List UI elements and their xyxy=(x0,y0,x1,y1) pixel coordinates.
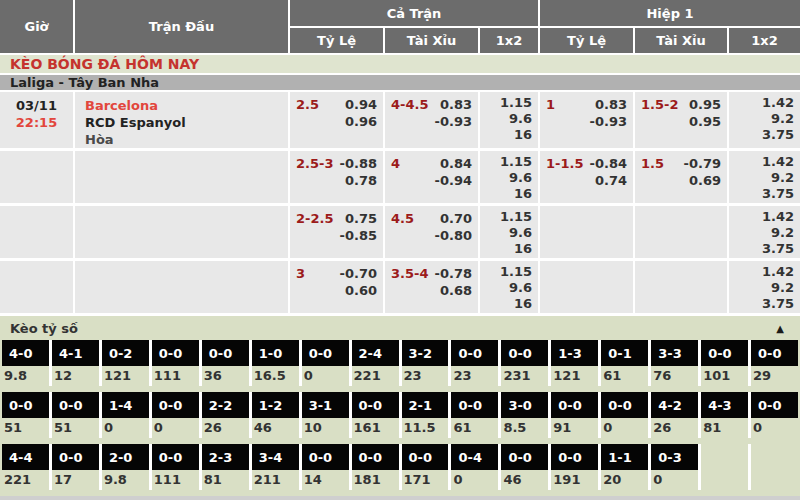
odds-value: 3.75 xyxy=(729,241,794,257)
h1-handicap-cell: 1-1.5-0.840.74 xyxy=(540,151,633,203)
score-value: 81 xyxy=(701,418,748,438)
score-cell: 0-046 xyxy=(501,444,548,490)
match-time-cell: 03/1122:15 xyxy=(0,92,73,148)
odds-value: 0.94 xyxy=(345,96,377,113)
score-cell: 0-017 xyxy=(52,444,99,490)
away-team[interactable]: RCD Espanyol xyxy=(85,114,288,131)
odds-line-row: 0.68 xyxy=(391,282,472,299)
odds-line-row: 2-2.50.75 xyxy=(296,210,377,227)
handicap-line: 1 xyxy=(546,96,555,113)
odds-value: 3.75 xyxy=(729,296,794,312)
odds-value: 1.42 xyxy=(729,264,794,280)
score-cell: 2-226 xyxy=(202,392,249,438)
score-value: 46 xyxy=(252,418,299,438)
score-row: 0-0510-0511-400-002-2261-2463-1100-01612… xyxy=(2,392,798,438)
score-cell: 4-381 xyxy=(701,392,748,438)
h1-1x2-cell: 1.429.23.75 xyxy=(729,92,800,148)
score-value: 121 xyxy=(551,366,598,386)
odds-line-row: 0.78 xyxy=(296,172,377,189)
h1-overunder-cell xyxy=(635,261,727,313)
score-cell: 0-0111 xyxy=(152,444,199,490)
score-value: 91 xyxy=(551,418,598,438)
odds-value: 3.75 xyxy=(729,127,794,143)
handicap-line: 4 xyxy=(391,155,400,172)
score-cell: 0-0191 xyxy=(551,444,598,490)
odds-line-row: 3.5-4-0.78 xyxy=(391,265,472,282)
h1-1x2-cell: 1.429.23.75 xyxy=(729,206,800,258)
draw-label: Hòa xyxy=(85,131,288,148)
score-cell: 0-00 xyxy=(601,392,648,438)
score-value: 16.5 xyxy=(252,366,299,386)
odds-line-row: 1.5-20.95 xyxy=(641,96,721,113)
score-box: 1-2 xyxy=(252,392,299,418)
score-value: 0 xyxy=(152,418,199,438)
score-value: 26 xyxy=(651,418,698,438)
score-cell: 4-112 xyxy=(52,340,99,386)
score-row: 4-42210-0172-09.80-01112-3813-42110-0140… xyxy=(2,444,798,490)
score-box: 1-1 xyxy=(601,444,648,470)
score-box: 0-4 xyxy=(451,444,498,470)
h1-1x2-cell: 1.429.23.75 xyxy=(729,261,800,313)
odds-line-row: 1-1.5-0.84 xyxy=(546,155,627,172)
score-cell: 4-226 xyxy=(651,392,698,438)
match-cell[interactable]: BarcelonaRCD EspanyolHòa xyxy=(75,92,288,148)
odds-value: 9.6 xyxy=(480,225,532,241)
odds-value: -0.78 xyxy=(435,265,472,282)
league-header[interactable]: Laliga - Tây Ban Nha xyxy=(0,75,800,90)
ft-handicap-cell: 2.5-3-0.880.78 xyxy=(290,151,383,203)
score-cell: 2-09.8 xyxy=(102,444,149,490)
match-time-cell xyxy=(0,206,73,258)
odds-value: 16 xyxy=(480,241,532,257)
h1-handicap-cell xyxy=(540,206,633,258)
score-box: 0-0 xyxy=(2,392,49,418)
score-box: 0-0 xyxy=(551,392,598,418)
odds-value: 0.84 xyxy=(440,155,472,172)
score-value: 211 xyxy=(252,470,299,490)
score-cell: 3-4211 xyxy=(252,444,299,490)
ft-1x2-cell: 1.159.616 xyxy=(480,206,538,258)
score-box: 0-0 xyxy=(701,340,748,366)
odds-value: 16 xyxy=(480,127,532,143)
score-value: 51 xyxy=(2,418,49,438)
odds-line-row: 4.50.70 xyxy=(391,210,472,227)
score-box: 1-0 xyxy=(252,340,299,366)
score-value: 17 xyxy=(52,470,99,490)
correct-score-grid: 4-09.84-1120-21210-01110-0361-016.50-002… xyxy=(0,340,800,490)
home-team[interactable]: Barcelona xyxy=(85,97,288,114)
score-cell: 3-08.5 xyxy=(501,392,548,438)
odds-value: 1.42 xyxy=(729,95,794,111)
odds-value: -0.80 xyxy=(435,227,472,244)
odds-value: 0.68 xyxy=(440,282,472,299)
col-ft-1x2: 1x2 xyxy=(480,28,538,53)
score-value: 221 xyxy=(352,366,399,386)
score-cell: 0-0181 xyxy=(352,444,399,490)
score-cell: 0-161 xyxy=(601,340,648,386)
handicap-line: 3 xyxy=(296,265,305,282)
score-box: 4-2 xyxy=(651,392,698,418)
handicap-line: 4-4.5 xyxy=(391,96,428,113)
odds-value: -0.88 xyxy=(340,155,377,172)
collapse-icon[interactable]: ▲ xyxy=(776,323,784,334)
score-box: 3-1 xyxy=(302,392,349,418)
score-box xyxy=(751,444,798,470)
score-value: 20 xyxy=(601,470,648,490)
odds-value: 9.6 xyxy=(480,280,532,296)
score-value: 11.5 xyxy=(402,418,449,438)
match-time-cell xyxy=(0,151,73,203)
odds-value: 0.78 xyxy=(345,172,377,189)
score-value: 0 xyxy=(651,470,698,490)
score-value: 181 xyxy=(352,470,399,490)
handicap-line: 1-1.5 xyxy=(546,155,583,172)
handicap-line: 1.5-2 xyxy=(641,96,678,113)
ft-overunder-cell: 4-4.50.83-0.93 xyxy=(385,92,478,148)
score-value: 101 xyxy=(701,366,748,386)
score-cell: 1-40 xyxy=(102,392,149,438)
score-cell: 0-0101 xyxy=(701,340,748,386)
score-box: 0-0 xyxy=(302,340,349,366)
odds-value: 9.2 xyxy=(729,111,794,127)
ft-overunder-cell: 4.50.70-0.80 xyxy=(385,206,478,258)
h1-handicap-cell xyxy=(540,261,633,313)
score-cell: 0-061 xyxy=(451,392,498,438)
ft-overunder-cell: 40.84-0.94 xyxy=(385,151,478,203)
odds-line-row: 3-0.70 xyxy=(296,265,377,282)
